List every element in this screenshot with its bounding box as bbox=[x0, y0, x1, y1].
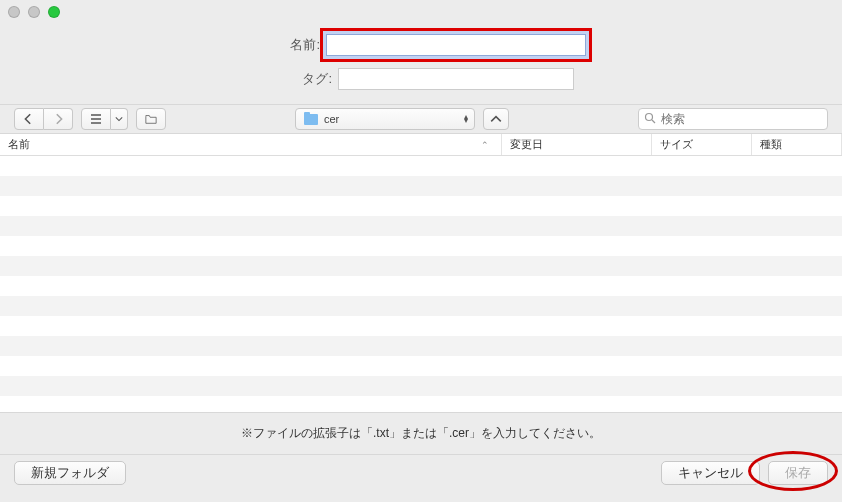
back-button[interactable] bbox=[14, 108, 44, 130]
chevron-up-icon bbox=[490, 113, 502, 125]
new-folder-label: 新規フォルダ bbox=[31, 464, 109, 482]
column-header-date-label: 変更日 bbox=[510, 137, 543, 152]
list-row bbox=[0, 196, 842, 216]
list-row bbox=[0, 356, 842, 376]
forward-button[interactable] bbox=[44, 108, 73, 130]
column-header-date[interactable]: 変更日 bbox=[502, 134, 652, 155]
svg-line-1 bbox=[652, 120, 655, 123]
list-row bbox=[0, 396, 842, 412]
column-header-size-label: サイズ bbox=[660, 137, 693, 152]
chevron-left-icon bbox=[23, 113, 35, 125]
list-row bbox=[0, 176, 842, 196]
search-field-wrap bbox=[638, 108, 828, 130]
folder-outline-icon bbox=[145, 113, 157, 125]
view-mode-button-group bbox=[81, 108, 128, 130]
column-header-row: 名前 ⌃ 変更日 サイズ 種類 bbox=[0, 134, 842, 156]
view-mode-button[interactable] bbox=[81, 108, 111, 130]
collapse-button[interactable] bbox=[483, 108, 509, 130]
file-list[interactable] bbox=[0, 156, 842, 412]
extension-hint: ※ファイルの拡張子は「.txt」または「.cer」を入力してください。 bbox=[0, 412, 842, 454]
toolbar: cer ▴▾ bbox=[0, 104, 842, 134]
list-view-icon bbox=[90, 113, 102, 125]
show-items-button[interactable] bbox=[136, 108, 166, 130]
view-mode-menu-button[interactable] bbox=[111, 108, 128, 130]
name-label: 名前: bbox=[256, 36, 326, 54]
list-row bbox=[0, 216, 842, 236]
list-row bbox=[0, 256, 842, 276]
tag-row: タグ: bbox=[0, 68, 842, 90]
folder-icon bbox=[304, 114, 318, 125]
column-header-name[interactable]: 名前 ⌃ bbox=[0, 134, 502, 155]
column-header-kind[interactable]: 種類 bbox=[752, 134, 842, 155]
list-row bbox=[0, 236, 842, 256]
list-row bbox=[0, 336, 842, 356]
save-label: 保存 bbox=[785, 464, 811, 482]
list-row bbox=[0, 316, 842, 336]
column-header-name-label: 名前 bbox=[8, 137, 30, 152]
footer: 新規フォルダ キャンセル 保存 bbox=[0, 454, 842, 495]
popup-arrows-icon: ▴▾ bbox=[464, 115, 466, 123]
sort-indicator-icon: ⌃ bbox=[481, 140, 493, 150]
filename-input[interactable] bbox=[326, 34, 586, 56]
list-row bbox=[0, 276, 842, 296]
search-input[interactable] bbox=[638, 108, 828, 130]
list-row bbox=[0, 156, 842, 176]
column-header-size[interactable]: サイズ bbox=[652, 134, 752, 155]
svg-point-0 bbox=[646, 114, 653, 121]
location-label: cer bbox=[324, 113, 339, 125]
window-minimize-button[interactable] bbox=[28, 6, 40, 18]
tag-label: タグ: bbox=[268, 70, 338, 88]
cancel-button[interactable]: キャンセル bbox=[661, 461, 760, 485]
cancel-label: キャンセル bbox=[678, 464, 743, 482]
search-icon bbox=[644, 112, 656, 127]
save-button[interactable]: 保存 bbox=[768, 461, 828, 485]
window-zoom-button[interactable] bbox=[48, 6, 60, 18]
location-popup-button[interactable]: cer ▴▾ bbox=[295, 108, 475, 130]
list-row bbox=[0, 376, 842, 396]
window-close-button[interactable] bbox=[8, 6, 20, 18]
column-header-kind-label: 種類 bbox=[760, 137, 782, 152]
list-row bbox=[0, 296, 842, 316]
chevron-down-icon bbox=[115, 115, 123, 123]
new-folder-button[interactable]: 新規フォルダ bbox=[14, 461, 126, 485]
chevron-right-icon bbox=[52, 113, 64, 125]
tags-input[interactable] bbox=[338, 68, 574, 90]
titlebar bbox=[0, 0, 842, 24]
nav-buttons bbox=[14, 108, 73, 130]
name-row: 名前: bbox=[0, 34, 842, 56]
